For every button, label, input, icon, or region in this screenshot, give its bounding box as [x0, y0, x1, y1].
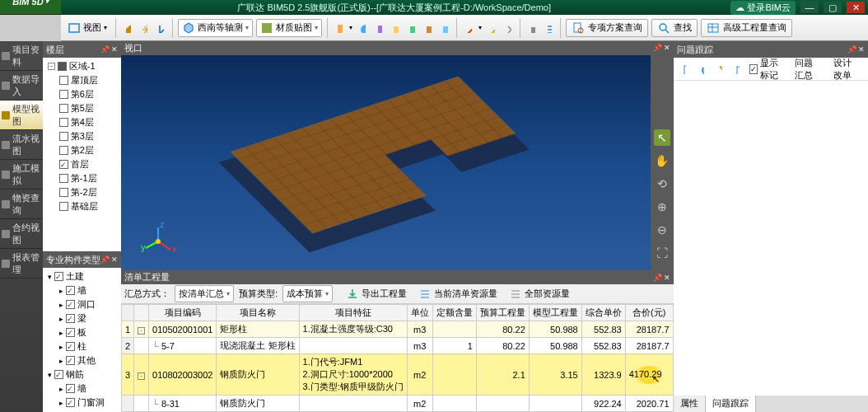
pin-icon[interactable]: 📌	[653, 44, 662, 52]
checkbox-icon[interactable]	[66, 384, 75, 393]
floors-tree[interactable]: −区域-1屋顶层第6层第5层第4层第3层第2层首层第-1层第-2层基础层	[43, 58, 121, 251]
chevron-right-icon[interactable]: ▸	[59, 329, 63, 337]
chevron-right-icon[interactable]: ▸	[59, 357, 63, 365]
table-row[interactable]: 1-010502001001矩形柱1.混凝土强度等级:C30m380.2250.…	[121, 321, 673, 338]
checkbox-icon[interactable]	[59, 188, 68, 197]
floor-item[interactable]: 第6层	[44, 87, 119, 101]
current-res-button[interactable]: 当前清单资源量	[415, 286, 501, 302]
type-item[interactable]: ▸柱	[44, 339, 119, 353]
home-icon[interactable]	[121, 21, 134, 35]
tool7-icon[interactable]	[438, 21, 451, 35]
nav-model[interactable]: 模型视图	[0, 101, 43, 130]
export-qty-button[interactable]: 导出工程量	[343, 286, 410, 302]
col-header[interactable]: 项目特征	[299, 305, 407, 321]
col-header[interactable]: 综合单价	[581, 305, 625, 321]
tool4-icon[interactable]	[389, 21, 402, 35]
list-icon[interactable]	[542, 21, 555, 35]
checkbox-icon[interactable]	[59, 104, 68, 113]
pencil-icon[interactable]	[485, 21, 498, 35]
chevron-right-icon[interactable]: ▸	[59, 287, 63, 295]
col-header[interactable]: 预算工程量	[476, 305, 529, 321]
maximize-button[interactable]: ▢	[824, 2, 842, 13]
adv-query-button[interactable]: 高级工程量查询	[701, 19, 792, 37]
panel-close-icon[interactable]: ✕	[111, 255, 118, 264]
refresh-icon[interactable]	[696, 63, 707, 76]
floor-item[interactable]: 第4层	[44, 115, 119, 129]
floor-item[interactable]: 首层	[44, 157, 119, 171]
type-item[interactable]: ▸洞口	[44, 297, 119, 311]
table-row[interactable]: 2└ 5-7现浇混凝土 矩形柱m3180.2250.988552.8328187…	[121, 338, 673, 354]
checkbox-icon[interactable]	[59, 132, 68, 141]
print-icon[interactable]	[525, 21, 539, 35]
checkbox-icon[interactable]	[66, 342, 75, 351]
chevron-down-icon[interactable]: ▾	[48, 371, 52, 379]
table-row[interactable]: └ 8-31钢质防火门m2922.242020.71	[121, 396, 673, 412]
checkbox-icon[interactable]	[66, 300, 75, 309]
query-button[interactable]: 查找	[651, 19, 698, 37]
zoom-in-tool[interactable]: ⊕	[654, 199, 670, 215]
nav-material[interactable]: 物资查询	[0, 190, 43, 219]
chevron-right-icon[interactable]: ▸	[59, 315, 63, 323]
special-query-button[interactable]: 专项方案查询	[566, 19, 648, 37]
show-mark-check[interactable]: 显示标记	[749, 57, 784, 82]
select-tool[interactable]: ↖	[654, 129, 670, 146]
pin-icon[interactable]: 📌	[847, 45, 856, 54]
panel-close-icon[interactable]: ✕	[111, 45, 118, 54]
filter-icon[interactable]	[714, 63, 726, 76]
3d-viewport[interactable]: x y z	[121, 55, 651, 270]
col-header[interactable]: 定额含量	[432, 305, 476, 321]
tab-properties[interactable]: 属性	[674, 396, 706, 412]
tool2-icon[interactable]	[356, 21, 369, 35]
nav-flow[interactable]: 流水视图	[0, 130, 43, 160]
cut-icon[interactable]	[502, 21, 515, 35]
nav-import[interactable]: 数据导入	[0, 71, 43, 101]
expand-icon[interactable]: -	[138, 372, 145, 380]
checkbox-icon[interactable]	[59, 118, 68, 127]
col-header[interactable]: 项目编码	[149, 305, 217, 321]
measure-icon[interactable]	[462, 21, 475, 35]
table-row[interactable]: 3-010802003002钢质防火门1.门代号:JFM12.洞口尺寸:1000…	[121, 354, 673, 396]
tool6-icon[interactable]	[422, 21, 435, 35]
col-header[interactable]: 单位	[407, 305, 432, 321]
cloud-login-button[interactable]: ☁ 登录BIM云	[730, 1, 796, 15]
checkbox-icon[interactable]	[59, 174, 68, 183]
floor-item[interactable]: 第2层	[44, 143, 119, 157]
chevron-right-icon[interactable]: ▸	[59, 385, 63, 393]
checkbox-icon[interactable]	[54, 272, 63, 281]
checkbox-icon[interactable]	[58, 62, 67, 71]
axis-view-combo[interactable]: 西南等轴测▾	[178, 19, 253, 37]
collapse-icon[interactable]: −	[48, 63, 55, 70]
floor-item[interactable]: 屋顶层	[44, 73, 119, 87]
checkbox-icon[interactable]	[59, 146, 68, 155]
columns-icon[interactable]	[732, 63, 744, 76]
type-group[interactable]: ▾钢筋	[44, 368, 119, 382]
tool5-icon[interactable]	[405, 21, 418, 35]
col-header[interactable]: 合价(元)	[625, 305, 673, 321]
checkbox-icon[interactable]	[59, 76, 68, 85]
panel-close-icon[interactable]: ✕	[858, 45, 865, 54]
floor-item[interactable]: 基础层	[44, 199, 119, 213]
design-change-button[interactable]: 设计改单	[830, 55, 863, 83]
budget-combo[interactable]: 成本预算▾	[282, 285, 333, 302]
types-tree[interactable]: ▾土建▸墙▸洞口▸梁▸板▸柱▸其他▾钢筋▸墙▸门窗洞▸梁▸板▸柱	[43, 268, 121, 412]
type-item[interactable]: ▸其他	[44, 353, 119, 368]
checkbox-icon[interactable]	[66, 314, 75, 323]
axis-icon[interactable]	[154, 21, 167, 35]
orbit-tool[interactable]: ⟲	[654, 176, 670, 192]
chevron-right-icon[interactable]: ▸	[59, 301, 63, 309]
issue-summary-button[interactable]: 问题汇总	[791, 55, 824, 83]
floor-item[interactable]: 第-1层	[44, 171, 119, 185]
checkbox-icon[interactable]	[66, 328, 75, 337]
material-combo[interactable]: 材质贴图▾	[256, 19, 322, 37]
minimize-button[interactable]: —	[800, 2, 819, 13]
checkbox-icon[interactable]	[59, 90, 68, 99]
tool3-icon[interactable]	[372, 21, 385, 35]
gizmo-icon[interactable]	[138, 21, 151, 35]
view-button[interactable]: 视图▾	[64, 20, 110, 36]
checkbox-icon[interactable]	[59, 202, 68, 211]
nav-folder[interactable]: 项目资料	[0, 41, 43, 71]
all-res-button[interactable]: 全部资源量	[506, 286, 573, 302]
type-item[interactable]: ▸板	[44, 325, 119, 339]
type-item[interactable]: ▸门窗洞	[44, 396, 119, 410]
checkbox-icon[interactable]	[59, 160, 68, 169]
